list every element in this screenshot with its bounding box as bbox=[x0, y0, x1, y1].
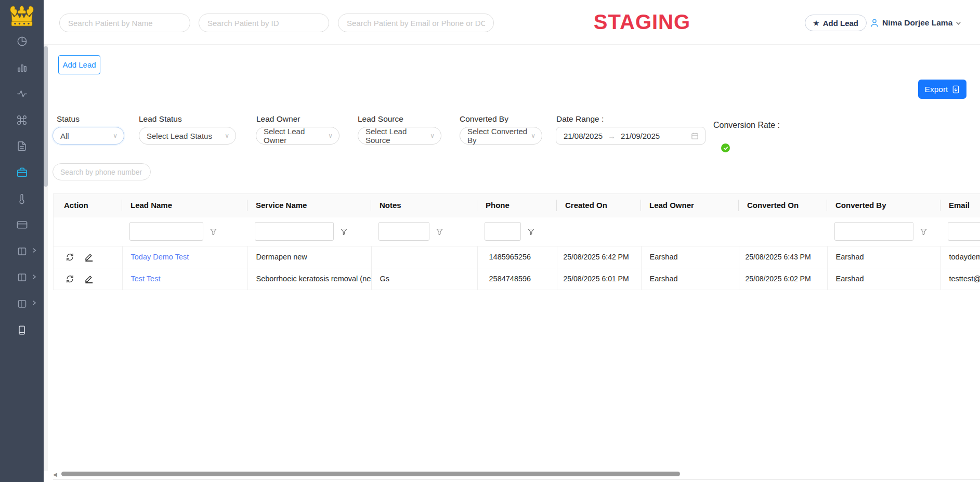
panel-menu-3-icon[interactable] bbox=[0, 297, 44, 310]
chevron-down-icon: ∨ bbox=[531, 132, 535, 139]
col-header-lead-name: Lead Name bbox=[122, 194, 247, 217]
table-row: Today Demo Test Dermapen new 1485965256 … bbox=[54, 246, 980, 268]
document-icon[interactable] bbox=[0, 140, 44, 152]
lead-name-link[interactable]: Test Test bbox=[131, 275, 161, 283]
table-header-row: Action Lead Name Service Name Notes Phon… bbox=[54, 194, 980, 217]
filter-cell-service-name bbox=[247, 217, 371, 246]
lead-source-filter-label: Lead Source bbox=[358, 114, 403, 124]
filter-cell-phone bbox=[477, 217, 557, 246]
filter-cell-lead-owner bbox=[641, 217, 739, 246]
lead-name-cell: Test Test bbox=[122, 268, 247, 290]
lead-source-select-placeholder: Select Lead Source bbox=[365, 127, 430, 145]
environment-banner: STAGING bbox=[587, 10, 697, 34]
filter-cell-converted-on bbox=[739, 217, 827, 246]
chevron-down-icon: ∨ bbox=[430, 132, 435, 139]
converted-by-filter-label: Converted By bbox=[460, 114, 508, 124]
lead-status-select-placeholder: Select Lead Status bbox=[147, 132, 212, 140]
converted-on-cell: 25/08/2025 6:02 PM bbox=[739, 268, 827, 290]
status-select-value: All bbox=[60, 132, 69, 140]
col-header-converted-by: Converted By bbox=[827, 194, 940, 217]
add-lead-pill-button[interactable]: ★ Add Lead bbox=[805, 15, 867, 31]
lead-owner-filter-label: Lead Owner bbox=[256, 114, 300, 124]
edit-pencil-icon[interactable] bbox=[83, 273, 95, 284]
conversion-rate-label: Conversion Rate : bbox=[713, 121, 780, 130]
convert-sync-icon[interactable] bbox=[64, 273, 75, 284]
panel-menu-2-icon[interactable] bbox=[0, 271, 44, 284]
lead-name-link[interactable]: Today Demo Test bbox=[131, 253, 189, 261]
calendar-icon bbox=[691, 132, 699, 140]
phone-cell: 1485965256 bbox=[477, 246, 557, 268]
lead-source-select[interactable]: Select Lead Source ∨ bbox=[358, 127, 441, 145]
briefcase-icon[interactable] bbox=[0, 166, 44, 179]
lead-owner-cell: Earshad bbox=[641, 246, 739, 268]
date-range-start[interactable]: 21/08/2025 bbox=[564, 132, 603, 140]
col-header-created-on: Created On bbox=[557, 194, 641, 217]
filter-cell-converted-by bbox=[827, 217, 940, 246]
col-header-service-name: Service Name bbox=[247, 194, 371, 217]
phone-filter-input[interactable] bbox=[485, 222, 521, 241]
chevron-down-icon: ∨ bbox=[113, 132, 117, 139]
lead-status-select[interactable]: Select Lead Status ∨ bbox=[139, 127, 236, 145]
search-patient-id-input[interactable] bbox=[199, 14, 329, 32]
lead-owner-cell: Earshad bbox=[641, 268, 739, 290]
status-filter-label: Status bbox=[57, 114, 80, 124]
crown-logo bbox=[0, 3, 44, 30]
converted-by-cell: Earshad bbox=[827, 268, 940, 290]
filter-cell-notes bbox=[371, 217, 477, 246]
user-icon bbox=[870, 18, 879, 28]
converted-by-filter-input[interactable] bbox=[834, 222, 913, 241]
chevron-down-icon bbox=[956, 20, 961, 26]
funnel-icon[interactable] bbox=[526, 227, 536, 237]
sidebar bbox=[0, 0, 44, 482]
user-menu[interactable]: Nima Dorjee Lama bbox=[870, 15, 961, 31]
converted-by-select[interactable]: Select Converted By ∨ bbox=[460, 127, 542, 145]
add-lead-button[interactable]: Add Lead bbox=[58, 55, 100, 74]
thermometer-icon[interactable] bbox=[0, 192, 44, 205]
email-filter-input[interactable] bbox=[948, 222, 980, 241]
vertical-scrollbar bbox=[44, 45, 48, 471]
search-patient-contact-input[interactable] bbox=[338, 14, 494, 32]
phone-search-input[interactable] bbox=[53, 163, 151, 180]
notes-filter-input[interactable] bbox=[378, 222, 429, 241]
pie-chart-icon[interactable] bbox=[0, 35, 44, 47]
conversion-rate-check-icon bbox=[721, 144, 730, 152]
col-header-notes: Notes bbox=[371, 194, 477, 217]
col-header-lead-owner: Lead Owner bbox=[641, 194, 739, 217]
credit-card-icon[interactable] bbox=[0, 219, 44, 231]
funnel-icon[interactable] bbox=[208, 227, 218, 237]
lead-name-filter-input[interactable] bbox=[129, 222, 203, 241]
filter-cell-email bbox=[940, 217, 980, 246]
arrow-right-icon: → bbox=[608, 132, 616, 140]
service-name-filter-input[interactable] bbox=[255, 222, 334, 241]
sidebar-nav bbox=[0, 35, 44, 336]
chevron-down-icon: ∨ bbox=[328, 132, 333, 139]
search-patient-name-input[interactable] bbox=[59, 14, 190, 32]
export-file-icon bbox=[952, 85, 960, 94]
horizontal-scrollbar: ◀ bbox=[53, 471, 980, 477]
funnel-icon[interactable] bbox=[435, 227, 445, 237]
horizontal-scrollbar-thumb[interactable] bbox=[61, 472, 680, 476]
activity-icon[interactable] bbox=[0, 87, 44, 100]
email-cell: todaydemotest@ bbox=[940, 246, 980, 268]
convert-sync-icon[interactable] bbox=[64, 252, 75, 263]
chevron-down-icon: ∨ bbox=[225, 132, 229, 139]
command-icon[interactable] bbox=[0, 114, 44, 126]
tablet-icon[interactable] bbox=[0, 324, 44, 336]
export-button[interactable]: Export bbox=[918, 80, 966, 99]
funnel-icon[interactable] bbox=[339, 227, 349, 237]
bar-chart-icon[interactable] bbox=[0, 61, 44, 74]
status-select[interactable]: All ∨ bbox=[53, 127, 124, 145]
notes-cell bbox=[371, 246, 477, 268]
date-range-end[interactable]: 21/09/2025 bbox=[621, 132, 660, 140]
lead-owner-select[interactable]: Select Lead Owner ∨ bbox=[256, 127, 339, 145]
funnel-icon[interactable] bbox=[919, 227, 929, 237]
date-range-picker[interactable]: 21/08/2025 → 21/09/2025 bbox=[556, 127, 705, 145]
star-icon: ★ bbox=[813, 19, 819, 27]
chevron-right-icon bbox=[31, 274, 37, 280]
scroll-left-arrow-icon[interactable]: ◀ bbox=[53, 472, 57, 477]
panel-menu-1-icon[interactable] bbox=[0, 245, 44, 257]
chevron-right-icon bbox=[31, 247, 37, 253]
vertical-scrollbar-thumb[interactable] bbox=[44, 46, 48, 187]
edit-pencil-icon[interactable] bbox=[83, 251, 95, 263]
email-cell: testtest@ bbox=[940, 268, 980, 290]
